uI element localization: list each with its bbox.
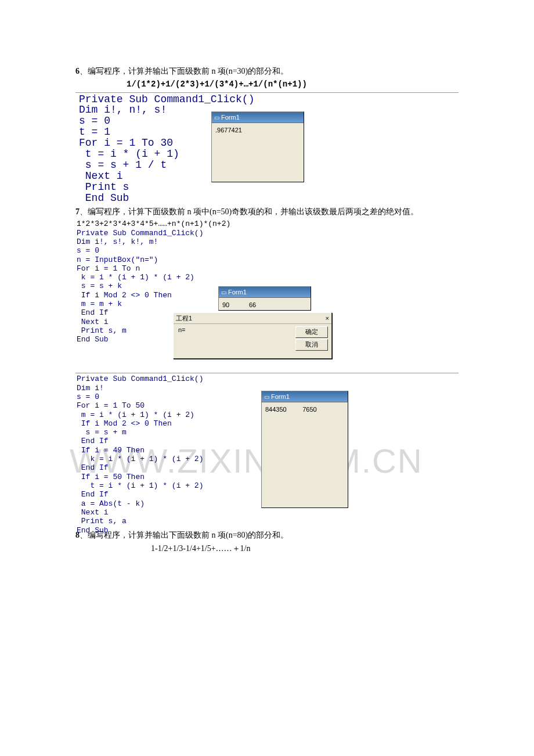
- form1-window-7b: ▭Form1 844350 7650: [261, 391, 348, 508]
- problem-6-number: 6: [75, 67, 80, 75]
- form1-body-7a: 90 66: [219, 298, 311, 312]
- inputbox-prompt: n=: [178, 326, 186, 333]
- problem-6-text: 、编写程序，计算并输出下面级数前 n 项(n=30)的部分和。: [80, 67, 288, 75]
- form1-body-6: .9677421: [212, 123, 304, 138]
- problem-7-block-a: 1*2*3+2*3*4+3*4*5+……+n*(n+1)*(n+2) Priva…: [75, 219, 459, 370]
- problem-6-title: 6、编写程序，计算并输出下面级数前 n 项(n=30)的部分和。: [75, 64, 459, 80]
- form1-title-6: Form1: [221, 114, 240, 121]
- form1-body-7b: 844350 7650: [262, 402, 348, 417]
- inputbox-dialog[interactable]: 工程1 × n= 确定 取消: [173, 312, 332, 359]
- form-icon: ▭: [214, 114, 219, 121]
- problem-7-block-b: Private Sub Command1_Click() Dim i! s = …: [75, 373, 459, 523]
- problem-7-series: 1*2*3+2*3*4+3*4*5+……+n*(n+1)*(n+2): [77, 219, 230, 228]
- problem-8-formula: 1-1/2+1/3-1/4+1/5+……＋1/n: [151, 543, 459, 554]
- out-7a-2: 66: [249, 301, 256, 308]
- form1-titlebar-7a: ▭Form1: [219, 287, 311, 298]
- form1-title-7b: Form1: [271, 393, 290, 400]
- out-7a-1: 90: [222, 301, 229, 308]
- form1-window-7a: ▭Form1 90 66: [218, 286, 311, 311]
- inputbox-body: n= 确定 取消: [174, 324, 331, 359]
- form1-title-7a: Form1: [228, 289, 247, 296]
- inputbox-title: 工程1: [176, 313, 192, 323]
- problem-6-block: Private Sub Command1_Click() Dim i!, n!,…: [75, 92, 459, 197]
- problem-7-code-b: Private Sub Command1_Click() Dim i! s = …: [77, 375, 203, 535]
- close-icon[interactable]: ×: [326, 313, 329, 323]
- form-icon: ▭: [264, 394, 269, 400]
- problem-7-number: 7: [75, 207, 80, 216]
- form1-titlebar-7b: ▭Form1: [262, 391, 348, 402]
- out-7b-1: 844350: [265, 406, 287, 413]
- form1-window-6: ▭Form1 .9677421: [211, 111, 304, 182]
- problem-7-title: 7、编写程序，计算下面级数前 n 项中(n=50)奇数项的和，并输出该级数最后两…: [75, 204, 459, 220]
- inputbox-titlebar: 工程1 ×: [174, 313, 331, 324]
- ok-button[interactable]: 确定: [295, 326, 328, 338]
- form1-titlebar-6: ▭Form1: [212, 112, 304, 123]
- problem-7-text: 、编写程序，计算下面级数前 n 项中(n=50)奇数项的和，并输出该级数最后两项…: [80, 207, 418, 216]
- form-icon: ▭: [221, 289, 226, 296]
- out-7b-2: 7650: [302, 406, 316, 413]
- cancel-button[interactable]: 取消: [295, 339, 328, 351]
- problem-6-formula: 1/(1*2)+1/(2*3)+1/(3*4)+…+1/(n*(n+1)): [127, 80, 459, 89]
